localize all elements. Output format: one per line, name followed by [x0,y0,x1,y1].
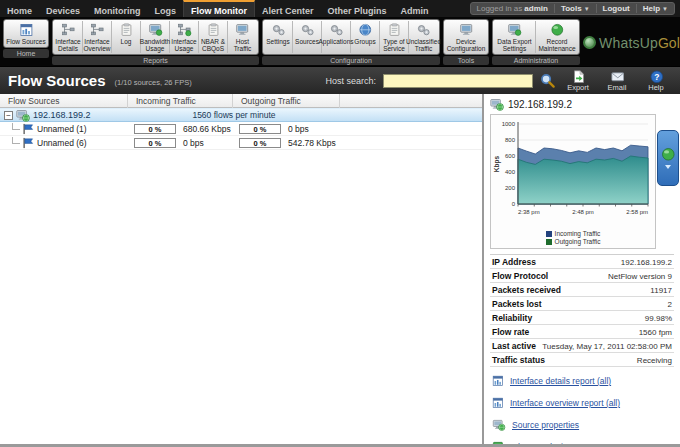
nav-item-devices[interactable]: Devices [39,0,87,17]
export-button[interactable]: Export [562,70,594,92]
link-whatsup-device-status-report[interactable]: WhatsUp device status report [492,441,674,444]
tools-menu[interactable]: Tools ▼ [554,4,596,13]
nbar-cbqos-button[interactable]: NBAR & CBQoS [199,21,228,53]
interface-row[interactable]: Unnamed (6) 0 % 0 bps 0 % 542.78 Kbps [0,136,482,150]
brand-gold: Gold [658,35,680,51]
link-interface-overview-report[interactable]: Interface overview report (all) [492,397,674,409]
detail-row-flow-protocol: Flow Protocol NetFlow version 9 [490,269,674,283]
nav-item-home[interactable]: Home [0,0,39,17]
panel-source-name: 192.168.199.2 [508,99,572,110]
source-selector-handle[interactable] [657,130,679,186]
nav-item-flow-monitor[interactable]: Flow Monitor [183,0,255,17]
button-label: Applications [318,38,353,45]
report-icon [492,397,504,409]
column-header-outgoing-traffic[interactable]: Outgoing Traffic [233,94,340,108]
flow-sources-button[interactable]: Flow Sources [5,21,47,46]
whatsupgold-logo: WhatsUpGold [583,34,680,52]
record-maintenance-button[interactable]: Record Maintenance [536,21,578,53]
report-links: Interface details report (all) Interface… [490,375,674,444]
incoming-percent: 0 % [134,124,176,134]
settings-button[interactable]: Settings [264,21,293,53]
data-export-settings-button[interactable]: Data Export Settings [494,21,536,53]
flow-source-icon [490,98,504,111]
log-icon [119,23,134,37]
logo-swoosh-icon [583,36,596,49]
log-button[interactable]: Log [112,21,141,53]
source-icon [492,419,506,431]
source-name: 192.168.199.2 [33,110,91,120]
interface-details-button[interactable]: Interface Details [54,21,83,53]
detail-label: Flow rate [492,327,529,337]
help-icon [650,70,663,83]
type-of-service-button[interactable]: Type of Service [380,21,409,53]
interface-overview-button[interactable]: Interface Overview [83,21,112,53]
link-label[interactable]: Interface overview report (all) [510,398,620,408]
detail-value: Receiving [637,356,672,365]
toolbar-group-administration: Data Export Settings Record Maintenance … [492,19,580,65]
record-maintenance-icon [550,23,565,37]
groups-button[interactable]: Groups [351,21,380,53]
button-label: Settings [266,38,290,45]
bandwidth-usage-button[interactable]: Bandwidth Usage [141,21,170,53]
link-source-properties[interactable]: Source properties [492,419,674,431]
toolbar-group-label: Home [3,49,49,58]
detail-label: Reliability [492,313,532,323]
table-header: Flow Sources Incoming Traffic Outgoing T… [0,94,482,108]
button-label: Host Traffic [229,38,256,52]
detail-value: 11917 [650,286,672,295]
svg-text:600: 600 [505,153,516,159]
toolbar-group-label: Configuration [262,56,440,65]
button-label: Unclassified Traffic [406,38,441,52]
help-label: Help [643,4,660,13]
column-header-flow-sources[interactable]: Flow Sources [0,94,128,108]
interface-row[interactable]: Unnamed (1) 0 % 680.66 Kbps 0 % 0 bps [0,122,482,136]
email-button[interactable]: Email [601,70,633,92]
link-interface-details-report[interactable]: Interface details report (all) [492,375,674,387]
detail-row-traffic-status: Traffic status Receiving [490,353,674,367]
whatsup-gold-window: Home Devices Monitoring Logs Flow Monito… [0,0,680,447]
detail-value: 2 [668,300,672,309]
export-label: Export [567,83,589,92]
chart-legend: Incoming Traffic Outgoing Traffic [491,229,655,247]
link-label[interactable]: Source properties [512,420,579,430]
link-label[interactable]: Interface details report (all) [510,376,611,386]
detail-label: Packets lost [492,299,542,309]
ribbon-toolbar: Flow Sources Home Interface Details Inte… [0,17,680,66]
traffic-chart-panel: 020040060080010002:38 pm2:48 pm2:58 pmKb… [490,114,656,249]
toolbar-group-label: Tools [443,56,489,65]
host-search-input[interactable] [383,74,533,88]
nav-item-alert-center[interactable]: Alert Center [255,0,321,17]
tree-connector [12,137,20,144]
applications-button[interactable]: Applications [322,21,351,53]
interface-overview-icon [90,23,105,37]
svg-text:2:38 pm: 2:38 pm [518,209,540,215]
help-button[interactable]: Help [640,70,672,92]
source-row-selected[interactable]: − 192.168.199.2 1560 flows per minute [0,108,482,122]
chevron-down-icon: ▼ [662,6,668,12]
logout-button[interactable]: Logout [596,4,636,13]
chevron-down-icon: ▼ [584,6,590,12]
interface-usage-button[interactable]: Interface Usage [170,21,199,53]
link-label[interactable]: WhatsUp device status report [510,442,622,444]
nav-item-other-plugins[interactable]: Other Plugins [321,0,394,17]
search-icon[interactable] [540,73,555,88]
incoming-percent: 0 % [134,138,176,148]
button-label: Sources [295,38,319,45]
help-menu[interactable]: Help ▼ [636,4,674,13]
nav-item-monitoring[interactable]: Monitoring [87,0,148,17]
type-of-service-icon [387,23,402,37]
logged-in-prefix: Logged in as [477,4,523,13]
collapse-icon[interactable]: − [4,111,13,120]
nav-item-logs[interactable]: Logs [148,0,184,17]
flow-source-icon [16,109,30,122]
export-icon [572,70,585,83]
flag-icon [22,123,34,135]
nav-item-admin[interactable]: Admin [394,0,436,17]
host-traffic-button[interactable]: Host Traffic [228,21,257,53]
column-header-incoming-traffic[interactable]: Incoming Traffic [128,94,233,108]
legend-incoming: Incoming Traffic [546,231,601,238]
svg-text:1000: 1000 [502,121,516,127]
unclassified-traffic-button[interactable]: Unclassified Traffic [409,21,438,53]
device-configuration-button[interactable]: Device Configuration [445,21,487,53]
detail-label: Last active [492,341,536,351]
